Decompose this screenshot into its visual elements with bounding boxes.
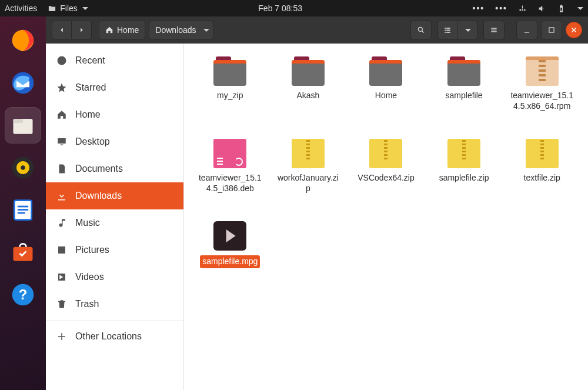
svg-text:?: ? bbox=[19, 286, 28, 302]
nav-forward-button[interactable] bbox=[72, 21, 92, 39]
sidebar-item-music[interactable]: Music bbox=[46, 209, 183, 236]
dock-writer[interactable] bbox=[7, 194, 39, 226]
sidebar-item-label: Starred bbox=[75, 82, 106, 93]
launcher-dock: ? bbox=[0, 16, 46, 390]
help-icon: ? bbox=[10, 282, 36, 308]
sidebar-item-label: Pictures bbox=[75, 245, 109, 255]
svg-rect-3 bbox=[14, 119, 24, 123]
close-icon bbox=[570, 26, 577, 34]
sidebar-item-downloads[interactable]: Downloads bbox=[46, 182, 183, 209]
dock-files[interactable] bbox=[7, 109, 39, 141]
indicator-menu-1-icon[interactable]: ••• bbox=[473, 4, 485, 13]
file-item[interactable]: Akash bbox=[269, 54, 348, 136]
battery-icon[interactable] bbox=[557, 4, 566, 13]
sidebar-other-locations[interactable]: Other Locations bbox=[46, 323, 183, 350]
file-label: textfile.zip bbox=[524, 173, 560, 184]
desktop-icon bbox=[56, 136, 67, 147]
file-item[interactable]: Home bbox=[347, 54, 425, 136]
sidebar-item-label: Trash bbox=[75, 299, 99, 309]
dock-software[interactable] bbox=[7, 236, 39, 268]
view-list-button[interactable] bbox=[437, 21, 457, 39]
sidebar-item-label: Downloads bbox=[75, 191, 122, 201]
files-window: Home Downloads bbox=[46, 16, 588, 390]
chevron-down-icon bbox=[82, 7, 88, 10]
file-label: VSCodex64.zip bbox=[358, 173, 415, 184]
file-item[interactable]: teamviewer_15.14.5_i386.deb bbox=[191, 136, 269, 219]
file-label: Home bbox=[375, 91, 397, 101]
chevron-left-icon bbox=[58, 26, 66, 34]
chevron-down-icon bbox=[203, 29, 209, 32]
view-options-button[interactable] bbox=[457, 21, 477, 39]
svg-rect-11 bbox=[18, 212, 25, 214]
svg-rect-10 bbox=[18, 209, 28, 211]
doc-icon bbox=[56, 164, 67, 174]
rhythmbox-icon bbox=[10, 155, 36, 181]
nav-back-button[interactable] bbox=[52, 21, 72, 39]
dock-rhythmbox[interactable] bbox=[7, 152, 39, 184]
star-icon bbox=[56, 82, 67, 93]
files-headerbar: Home Downloads bbox=[46, 16, 588, 44]
path-downloads[interactable]: Downloads bbox=[149, 21, 213, 39]
file-grid[interactable]: my_zipAkashHomesamplefileteamviewer_15.1… bbox=[184, 44, 588, 390]
file-item[interactable]: samplefile.zip bbox=[425, 136, 503, 219]
file-label: samplefile.zip bbox=[439, 173, 489, 184]
file-item[interactable]: teamviewer_15.14.5.x86_64.rpm bbox=[503, 54, 581, 136]
home-icon bbox=[105, 26, 113, 34]
trash-icon bbox=[56, 299, 67, 309]
sidebar-item-label: Recent bbox=[75, 55, 105, 66]
chevron-right-icon bbox=[78, 26, 86, 34]
file-item[interactable]: textfile.zip bbox=[503, 136, 581, 219]
sidebar-item-home[interactable]: Home bbox=[46, 101, 183, 128]
hamburger-button[interactable] bbox=[483, 21, 505, 39]
dock-thunderbird[interactable] bbox=[7, 67, 39, 99]
search-button[interactable] bbox=[410, 21, 432, 39]
sidebar-item-documents[interactable]: Documents bbox=[46, 155, 183, 182]
file-item[interactable]: workofJanuary.zip bbox=[269, 136, 348, 219]
svg-rect-9 bbox=[18, 206, 28, 208]
firefox-icon bbox=[10, 28, 36, 54]
list-view-icon bbox=[443, 26, 452, 34]
window-minimize-button[interactable] bbox=[516, 21, 537, 39]
system-menu-chevron-icon[interactable] bbox=[577, 7, 583, 10]
file-item[interactable]: samplefile bbox=[425, 54, 503, 136]
pictures-icon bbox=[56, 245, 67, 255]
window-maximize-button[interactable] bbox=[541, 21, 562, 39]
path-bar: Home Downloads bbox=[99, 21, 213, 39]
sidebar-item-label: Music bbox=[75, 218, 100, 228]
volume-icon[interactable] bbox=[537, 4, 546, 13]
download-icon bbox=[56, 191, 67, 201]
window-close-button[interactable] bbox=[566, 22, 582, 38]
chevron-down-icon bbox=[465, 29, 471, 32]
appmenu-files[interactable]: Files bbox=[48, 4, 88, 13]
sidebar-item-desktop[interactable]: Desktop bbox=[46, 128, 183, 155]
activities-button[interactable]: Activities bbox=[5, 4, 37, 13]
file-label: my_zip bbox=[217, 91, 243, 101]
file-label: Akash bbox=[296, 91, 319, 101]
file-item[interactable]: VSCodex64.zip bbox=[347, 136, 425, 219]
places-sidebar: RecentStarredHomeDesktopDocumentsDownloa… bbox=[46, 44, 184, 390]
file-item[interactable]: samplefile.mpg bbox=[191, 219, 269, 301]
indicator-menu-2-icon[interactable]: ••• bbox=[495, 4, 507, 13]
sidebar-item-starred[interactable]: Starred bbox=[46, 74, 183, 101]
sidebar-item-recent[interactable]: Recent bbox=[46, 47, 183, 74]
network-icon[interactable] bbox=[518, 4, 527, 13]
search-icon bbox=[417, 26, 425, 34]
home-icon bbox=[56, 109, 67, 120]
file-label: samplefile.mpg bbox=[200, 255, 260, 268]
topbar-clock[interactable]: Feb 7 08:53 bbox=[88, 4, 473, 13]
ubuntu-software-icon bbox=[10, 239, 36, 265]
file-item[interactable]: my_zip bbox=[191, 54, 269, 136]
path-home[interactable]: Home bbox=[99, 21, 145, 39]
minimize-icon bbox=[523, 26, 531, 34]
svg-rect-2 bbox=[14, 119, 33, 134]
svg-rect-16 bbox=[549, 28, 554, 32]
sidebar-item-trash[interactable]: Trash bbox=[46, 291, 183, 318]
sidebar-item-pictures[interactable]: Pictures bbox=[46, 236, 183, 264]
sidebar-item-videos[interactable]: Videos bbox=[46, 264, 183, 291]
dock-firefox[interactable] bbox=[7, 25, 39, 56]
file-label: samplefile bbox=[446, 91, 483, 101]
gnome-topbar: Activities Files Feb 7 08:53 ••• ••• bbox=[0, 0, 588, 16]
files-icon bbox=[10, 112, 36, 138]
thunderbird-icon bbox=[10, 70, 36, 96]
dock-help[interactable]: ? bbox=[7, 279, 39, 311]
